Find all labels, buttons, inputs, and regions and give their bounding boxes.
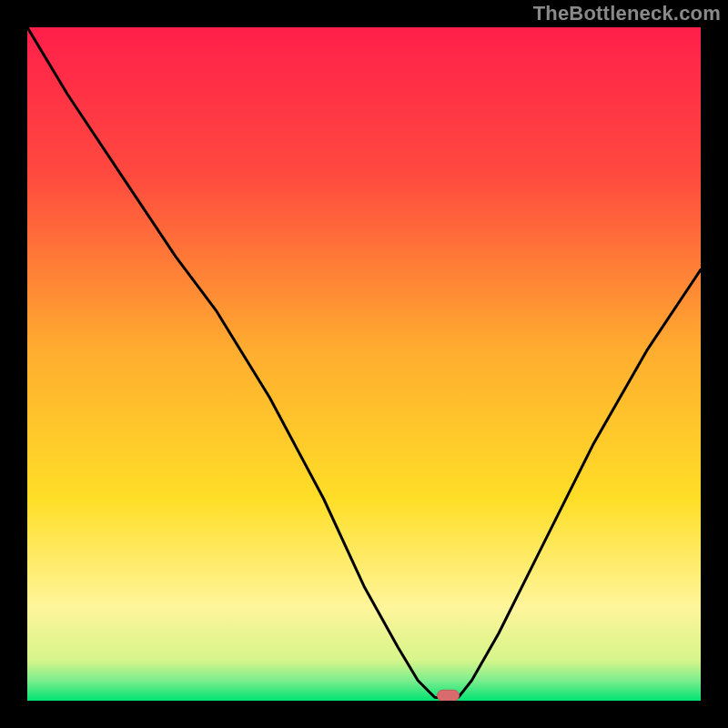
chart-frame: TheBottleneck.com (0, 0, 728, 728)
chart-svg (27, 27, 701, 701)
gradient-bg (27, 27, 701, 701)
optimum-marker (438, 690, 460, 701)
plot-area (27, 27, 701, 701)
watermark-text: TheBottleneck.com (533, 2, 721, 25)
